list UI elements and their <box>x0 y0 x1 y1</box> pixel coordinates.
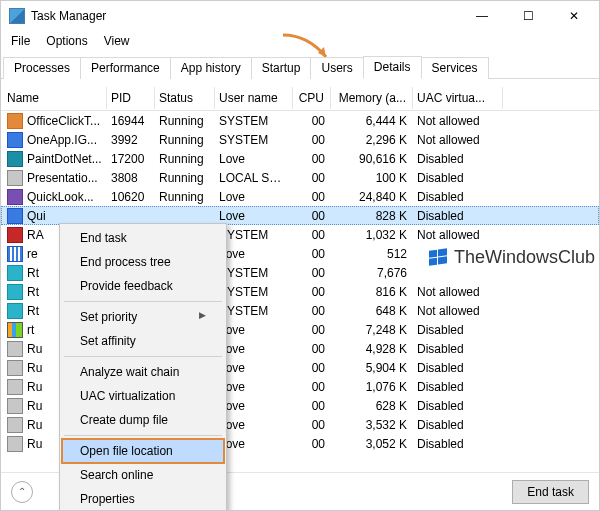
process-cpu: 00 <box>293 380 331 394</box>
process-cpu: 00 <box>293 171 331 185</box>
process-uac: Not allowed <box>413 114 503 128</box>
process-memory: 24,840 K <box>331 190 413 204</box>
tab-users[interactable]: Users <box>310 57 363 79</box>
process-pid: 3808 <box>107 171 155 185</box>
process-status: Running <box>155 114 215 128</box>
process-uac: Not allowed <box>413 304 503 318</box>
process-name: RA <box>27 228 44 242</box>
svg-rect-3 <box>438 256 447 264</box>
menu-bar: File Options View <box>1 31 599 51</box>
process-icon <box>7 360 23 376</box>
chevron-up-icon: ⌃ <box>18 486 26 497</box>
process-icon <box>7 151 23 167</box>
process-status: Running <box>155 171 215 185</box>
context-menu-separator <box>64 356 222 357</box>
close-button[interactable]: ✕ <box>551 1 597 31</box>
process-name: OfficeClickT... <box>27 114 100 128</box>
column-header-uac[interactable]: UAC virtua... <box>413 87 503 109</box>
process-cpu: 00 <box>293 228 331 242</box>
process-row[interactable]: QuickLook...10620RunningLove0024,840 KDi… <box>1 187 599 206</box>
context-menu-item-properties[interactable]: Properties <box>62 487 224 511</box>
process-memory: 7,248 K <box>331 323 413 337</box>
process-memory: 3,052 K <box>331 437 413 451</box>
process-name: Presentatio... <box>27 171 98 185</box>
context-menu-item-end-process-tree[interactable]: End process tree <box>62 250 224 274</box>
process-uac: Disabled <box>413 209 503 223</box>
process-memory: 2,296 K <box>331 133 413 147</box>
process-icon <box>7 227 23 243</box>
tab-processes[interactable]: Processes <box>3 57 81 79</box>
column-header-cpu[interactable]: CPU <box>293 87 331 109</box>
process-status: Running <box>155 133 215 147</box>
process-icon <box>7 189 23 205</box>
app-icon <box>9 8 25 24</box>
process-pid: 10620 <box>107 190 155 204</box>
process-uac: Disabled <box>413 152 503 166</box>
process-icon <box>7 170 23 186</box>
process-icon <box>7 322 23 338</box>
process-memory: 648 K <box>331 304 413 318</box>
context-menu-item-set-priority[interactable]: Set priority▶ <box>62 305 224 329</box>
process-icon <box>7 208 23 224</box>
process-row[interactable]: OfficeClickT...16944RunningSYSTEM006,444… <box>1 111 599 130</box>
process-memory: 628 K <box>331 399 413 413</box>
menu-options[interactable]: Options <box>40 32 93 50</box>
svg-rect-0 <box>429 249 437 257</box>
tab-details[interactable]: Details <box>363 56 422 79</box>
process-uac: Disabled <box>413 171 503 185</box>
tab-performance[interactable]: Performance <box>80 57 171 79</box>
watermark-text: TheWindowsClub <box>454 247 595 268</box>
process-name: re <box>27 247 38 261</box>
column-header-pid[interactable]: PID <box>107 87 155 109</box>
maximize-button[interactable]: ☐ <box>505 1 551 31</box>
end-task-button[interactable]: End task <box>512 480 589 504</box>
context-menu-item-uac-virtualization[interactable]: UAC virtualization <box>62 384 224 408</box>
process-name: Ru <box>27 380 42 394</box>
process-cpu: 00 <box>293 266 331 280</box>
process-cpu: 00 <box>293 152 331 166</box>
process-memory: 512 <box>331 247 413 261</box>
process-memory: 828 K <box>331 209 413 223</box>
tab-services[interactable]: Services <box>421 57 489 79</box>
process-name: rt <box>27 323 34 337</box>
process-memory: 4,928 K <box>331 342 413 356</box>
expand-collapse-button[interactable]: ⌃ <box>11 481 33 503</box>
window-title: Task Manager <box>31 9 106 23</box>
menu-file[interactable]: File <box>5 32 36 50</box>
tab-app-history[interactable]: App history <box>170 57 252 79</box>
context-menu-item-analyze-wait-chain[interactable]: Analyze wait chain <box>62 360 224 384</box>
process-icon <box>7 113 23 129</box>
process-row[interactable]: Presentatio...3808RunningLOCAL SE...0010… <box>1 168 599 187</box>
column-header-name[interactable]: Name <box>7 87 107 109</box>
column-header-memory[interactable]: Memory (a... <box>331 87 413 109</box>
process-name: QuickLook... <box>27 190 94 204</box>
column-header-status[interactable]: Status <box>155 87 215 109</box>
context-menu-item-provide-feedback[interactable]: Provide feedback <box>62 274 224 298</box>
process-memory: 100 K <box>331 171 413 185</box>
context-menu-item-set-affinity[interactable]: Set affinity <box>62 329 224 353</box>
context-menu-separator <box>64 435 222 436</box>
process-name: Rt <box>27 285 39 299</box>
process-uac: Disabled <box>413 437 503 451</box>
process-row[interactable]: PaintDotNet...17200RunningLove0090,616 K… <box>1 149 599 168</box>
process-uac: Disabled <box>413 190 503 204</box>
process-icon <box>7 398 23 414</box>
process-user: SYSTEM <box>215 114 293 128</box>
process-cpu: 00 <box>293 361 331 375</box>
process-memory: 1,076 K <box>331 380 413 394</box>
context-menu-item-end-task[interactable]: End task <box>62 226 224 250</box>
context-menu-item-open-file-location[interactable]: Open file location <box>62 439 224 463</box>
process-memory: 816 K <box>331 285 413 299</box>
process-name: Rt <box>27 266 39 280</box>
tab-startup[interactable]: Startup <box>251 57 312 79</box>
context-menu-item-create-dump-file[interactable]: Create dump file <box>62 408 224 432</box>
process-icon <box>7 417 23 433</box>
context-menu-item-search-online[interactable]: Search online <box>62 463 224 487</box>
process-uac: Disabled <box>413 399 503 413</box>
minimize-button[interactable]: — <box>459 1 505 31</box>
process-icon <box>7 341 23 357</box>
menu-view[interactable]: View <box>98 32 136 50</box>
process-row[interactable]: OneApp.IG...3992RunningSYSTEM002,296 KNo… <box>1 130 599 149</box>
process-icon <box>7 303 23 319</box>
column-header-user[interactable]: User name <box>215 87 293 109</box>
